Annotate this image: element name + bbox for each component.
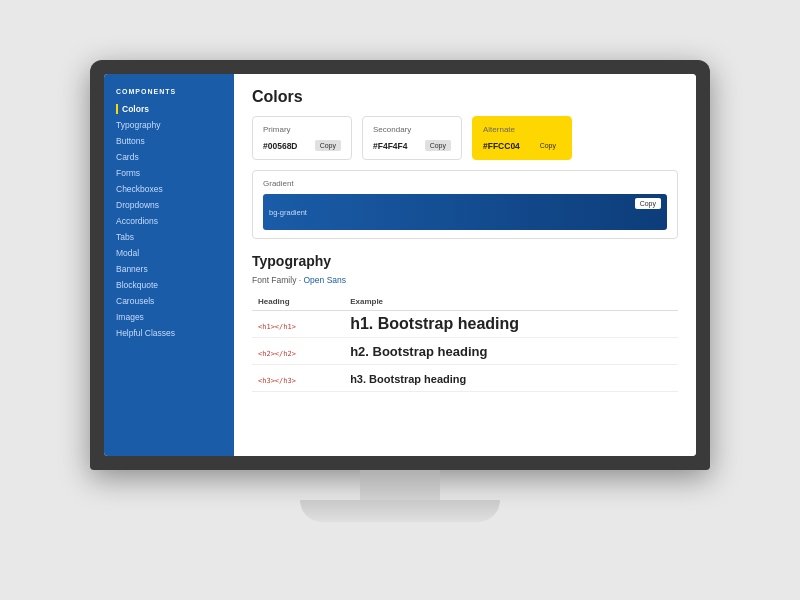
primary-hex: #00568D (263, 141, 311, 151)
secondary-label: Secondary (373, 125, 451, 134)
monitor-stand-base (300, 500, 500, 522)
color-card-primary: Primary #00568D Copy (252, 116, 352, 160)
secondary-hex: #F4F4F4 (373, 141, 421, 151)
sidebar-item-blockquote[interactable]: Blockquote (104, 277, 234, 293)
h2-example: h2. Bootstrap heading (350, 344, 487, 359)
color-card-secondary: Secondary #F4F4F4 Copy (362, 116, 462, 160)
alternate-label: Alternate (483, 125, 561, 134)
gradient-label: Gradient (263, 179, 667, 188)
sidebar-section-label: COMPONENTS (104, 88, 234, 101)
gradient-bar-label: bg-gradient (269, 208, 307, 217)
typography-table: Heading Example <h1></h1> h1. Bootstrap … (252, 293, 678, 392)
sidebar-item-buttons[interactable]: Buttons (104, 133, 234, 149)
h1-example: h1. Bootstrap heading (350, 315, 519, 332)
alternate-copy-button[interactable]: Copy (535, 140, 561, 151)
font-family-label: Font Family · (252, 275, 301, 285)
table-row: <h2></h2> h2. Bootstrap heading (252, 338, 678, 365)
colors-title: Colors (252, 88, 678, 106)
typography-title: Typography (252, 253, 678, 269)
main-content: Colors Primary #00568D Copy Secondary (234, 74, 696, 456)
sidebar: COMPONENTS Colors Typography Buttons Car… (104, 74, 234, 456)
monitor-stand-neck (360, 470, 440, 500)
sidebar-item-carousels[interactable]: Carousels (104, 293, 234, 309)
sidebar-item-banners[interactable]: Banners (104, 261, 234, 277)
h2-tag: <h2></h2> (258, 350, 296, 358)
gradient-bar: bg-gradient Copy (263, 194, 667, 230)
h1-tag: <h1></h1> (258, 323, 296, 331)
sidebar-item-dropdowns[interactable]: Dropdowns (104, 197, 234, 213)
monitor: COMPONENTS Colors Typography Buttons Car… (90, 60, 710, 540)
table-row: <h1></h1> h1. Bootstrap heading (252, 311, 678, 338)
primary-copy-button[interactable]: Copy (315, 140, 341, 151)
sidebar-item-modal[interactable]: Modal (104, 245, 234, 261)
color-card-alternate: Alternate #FFCC04 Copy (472, 116, 572, 160)
sidebar-item-typography[interactable]: Typography (104, 117, 234, 133)
col-heading: Heading (252, 293, 344, 311)
gradient-copy-button[interactable]: Copy (635, 198, 661, 209)
table-row: <h3></h3> h3. Bootstrap heading (252, 365, 678, 392)
sidebar-item-checkboxes[interactable]: Checkboxes (104, 181, 234, 197)
alternate-hex: #FFCC04 (483, 141, 531, 151)
primary-label: Primary (263, 125, 341, 134)
font-family-row: Font Family · Open Sans (252, 275, 678, 285)
h3-example: h3. Bootstrap heading (350, 373, 466, 385)
alternate-value-row: #FFCC04 Copy (483, 140, 561, 151)
sidebar-item-cards[interactable]: Cards (104, 149, 234, 165)
sidebar-item-images[interactable]: Images (104, 309, 234, 325)
colors-grid: Primary #00568D Copy Secondary #F4F4F4 C… (252, 116, 678, 160)
sidebar-item-colors[interactable]: Colors (104, 101, 234, 117)
monitor-bezel: COMPONENTS Colors Typography Buttons Car… (90, 60, 710, 470)
sidebar-item-accordions[interactable]: Accordions (104, 213, 234, 229)
secondary-value-row: #F4F4F4 Copy (373, 140, 451, 151)
monitor-screen: COMPONENTS Colors Typography Buttons Car… (104, 74, 696, 456)
font-family-link[interactable]: Open Sans (304, 275, 347, 285)
sidebar-item-forms[interactable]: Forms (104, 165, 234, 181)
active-indicator (116, 104, 118, 114)
primary-value-row: #00568D Copy (263, 140, 341, 151)
col-example: Example (344, 293, 678, 311)
secondary-copy-button[interactable]: Copy (425, 140, 451, 151)
gradient-card: Gradient bg-gradient Copy (252, 170, 678, 239)
sidebar-item-helpful-classes[interactable]: Helpful Classes (104, 325, 234, 341)
h3-tag: <h3></h3> (258, 377, 296, 385)
sidebar-item-tabs[interactable]: Tabs (104, 229, 234, 245)
